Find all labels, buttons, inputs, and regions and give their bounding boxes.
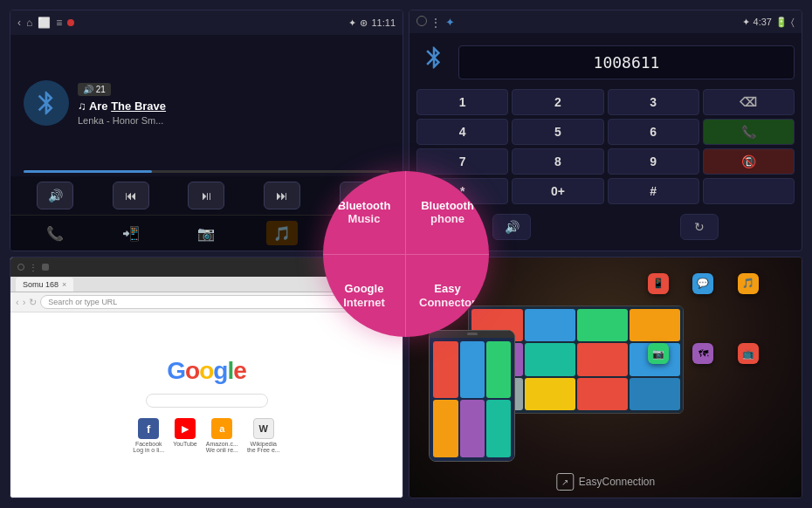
bluetooth-logo — [24, 80, 69, 126]
easy-connection-label: ↗ EasyConnection — [556, 473, 655, 491]
app-icon-3 — [577, 309, 628, 341]
keypad-grid: 1 2 3 ⌫ 4 5 6 📞 7 8 9 📵 * 0+ # — [416, 89, 795, 204]
shortcut-youtube[interactable]: ▶ YouTube — [173, 418, 197, 453]
phone-display-row: 1008611 — [416, 40, 795, 84]
bt-phone-label-2: phone — [430, 212, 464, 226]
camera-icon[interactable]: 📷 — [190, 221, 222, 245]
shortcut-amazon[interactable]: a Amazon.c...We onli re... — [206, 418, 238, 453]
more-icon[interactable]: ⋮ — [430, 17, 441, 29]
phone-icon-2[interactable]: 📲 — [115, 221, 147, 245]
g-letter-g2: g — [213, 357, 227, 384]
g-letter-o2: o — [199, 357, 213, 384]
phone-vol-btn[interactable]: 🔊 — [492, 214, 531, 240]
float-icon-2: 💬 — [692, 273, 713, 294]
main-container: ‹ ⌂ ⬜ ≡ ✦ ⊛ 11:11 🔊 21 ♫ Are The B — [4, 4, 808, 504]
phone-top-bar — [430, 331, 514, 338]
phone-nav-icons: ⋮ ✦ — [416, 14, 455, 30]
app-icon-6 — [525, 343, 575, 375]
youtube-icon: ▶ — [175, 418, 196, 439]
system-circle — [17, 264, 24, 271]
wifi-icon: ⊛ — [360, 17, 368, 29]
bt-phone-label-1: Bluetooth — [421, 199, 474, 213]
key-7[interactable]: 7 — [416, 148, 508, 175]
amazon-label: Amazon.c...We onli re... — [206, 441, 238, 453]
key-1[interactable]: 1 — [416, 89, 508, 115]
floating-icons: 📱 💬 🎵 📷 🗺 📺 — [644, 270, 781, 414]
phone-mockup — [429, 330, 515, 462]
bt-symbol — [416, 40, 451, 84]
key-8[interactable]: 8 — [512, 148, 603, 175]
phone-app-4 — [433, 400, 458, 457]
browser-forward[interactable]: › — [23, 297, 26, 307]
tab-close[interactable]: × — [62, 280, 66, 289]
app-icon-10 — [525, 378, 575, 410]
window-icon[interactable]: ⬜ — [38, 17, 51, 29]
bluetooth-icon: ✦ — [348, 17, 356, 29]
google-logo: Google — [167, 357, 245, 385]
home-icon[interactable]: ⌂ — [26, 17, 32, 29]
key-4[interactable]: 4 — [416, 119, 508, 145]
key-call[interactable]: 📞 — [703, 119, 795, 145]
easy-label-2: Connector — [419, 296, 476, 310]
phone-app-5 — [460, 400, 485, 457]
bt-music-label-1: Bluetooth — [338, 199, 391, 213]
youtube-label: YouTube — [173, 441, 197, 447]
status-right: ✦ ⊛ 11:11 — [348, 17, 396, 29]
status-dot — [67, 19, 74, 26]
shortcut-facebook[interactable]: f FacebookLog in o li... — [133, 418, 164, 453]
facebook-icon: f — [138, 418, 159, 439]
phone-refresh-btn[interactable]: ↻ — [680, 214, 719, 240]
key-backspace[interactable]: ⌫ — [703, 89, 795, 115]
google-search-box[interactable] — [146, 394, 268, 408]
key-0[interactable]: 0+ — [512, 178, 603, 204]
easy-connection-text: EasyConnection — [579, 476, 655, 488]
phone-back-icon[interactable]: 〈 — [791, 17, 795, 28]
menu-icon[interactable]: ≡ — [56, 17, 62, 29]
browser-back[interactable]: ‹ — [16, 297, 19, 307]
wikipedia-label: Wikipediathe Free e... — [247, 441, 280, 453]
volume-btn[interactable]: 🔊 — [37, 182, 73, 209]
phone-app-2 — [460, 341, 485, 399]
phone-number-display: 1008611 — [458, 45, 795, 79]
bt-status-icon: ✦ — [445, 16, 455, 29]
g-letter-e: e — [233, 357, 246, 384]
tab-label: Somu 168 — [23, 280, 58, 289]
music-icon[interactable]: 🎵 — [266, 221, 298, 245]
float-icon-4: 📷 — [648, 343, 669, 364]
phone-app-3 — [486, 341, 511, 399]
next-btn[interactable]: ⏭ — [264, 182, 300, 209]
amazon-icon: a — [211, 418, 232, 439]
key-2[interactable]: 2 — [512, 89, 603, 115]
app-icon-7 — [577, 343, 628, 375]
prev-btn[interactable]: ⏮ — [113, 182, 149, 209]
center-label-grid: Bluetooth Music Bluetooth phone Google I… — [323, 171, 489, 337]
phone-speaker — [467, 333, 478, 335]
track-name: ♫ Are The Brave — [78, 100, 389, 113]
key-9[interactable]: 9 — [608, 148, 699, 175]
key-end-call[interactable]: 📵 — [703, 148, 795, 175]
key-3[interactable]: 3 — [608, 89, 699, 115]
url-text: Search or type URL — [48, 298, 117, 306]
circle-icon — [416, 16, 427, 26]
phone-screen — [430, 338, 514, 461]
easy-conn-icon: ↗ — [556, 473, 574, 491]
facebook-label: FacebookLog in o li... — [133, 441, 164, 453]
browser-refresh[interactable]: ↻ — [29, 297, 37, 308]
progress-bar[interactable] — [24, 170, 389, 173]
key-empty — [703, 178, 795, 204]
key-5[interactable]: 5 — [512, 119, 603, 145]
easy-label-1: Easy — [434, 282, 460, 296]
g-letter-o1: o — [185, 357, 199, 384]
key-6[interactable]: 6 — [608, 119, 699, 145]
back-icon[interactable]: ‹ — [17, 17, 21, 29]
key-hash[interactable]: # — [608, 178, 699, 204]
browser-tab[interactable]: Somu 168 × — [16, 278, 73, 292]
shortcut-wikipedia[interactable]: W Wikipediathe Free e... — [247, 418, 280, 453]
google-main-content: Google f FacebookLog in o li... ▶ YouTub… — [10, 312, 403, 498]
play-pause-btn[interactable]: ⏯ — [188, 182, 224, 209]
phone-time: 4:37 — [754, 17, 772, 27]
track-area: 🔊 21 ♫ Are The Brave Lenka - Honor Sm... — [10, 35, 403, 170]
float-icon-3: 🎵 — [738, 273, 759, 294]
phone-app-1 — [433, 341, 458, 399]
phone-icon-1[interactable]: 📞 — [39, 221, 71, 245]
